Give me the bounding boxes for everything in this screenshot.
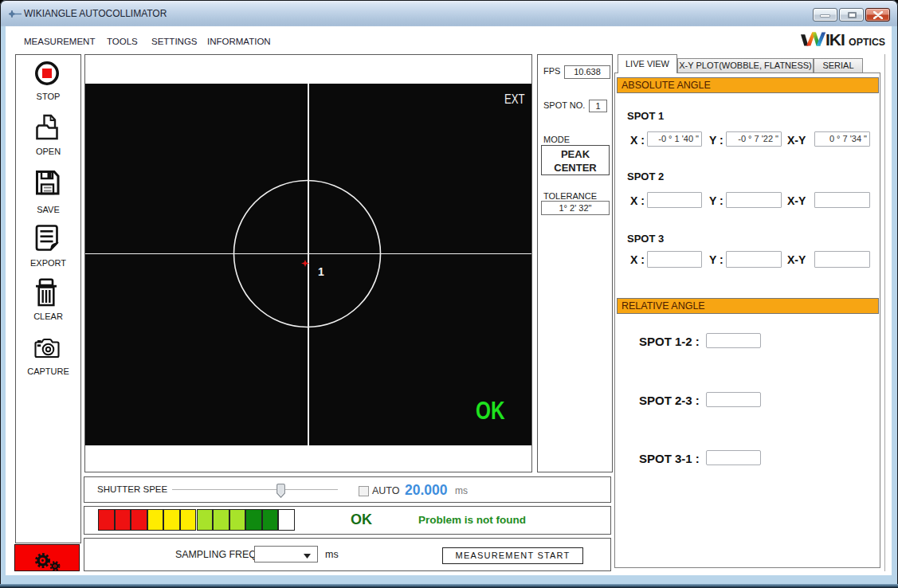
svg-text:OPTICS: OPTICS xyxy=(849,37,885,48)
svg-text:IKI: IKI xyxy=(825,32,845,47)
